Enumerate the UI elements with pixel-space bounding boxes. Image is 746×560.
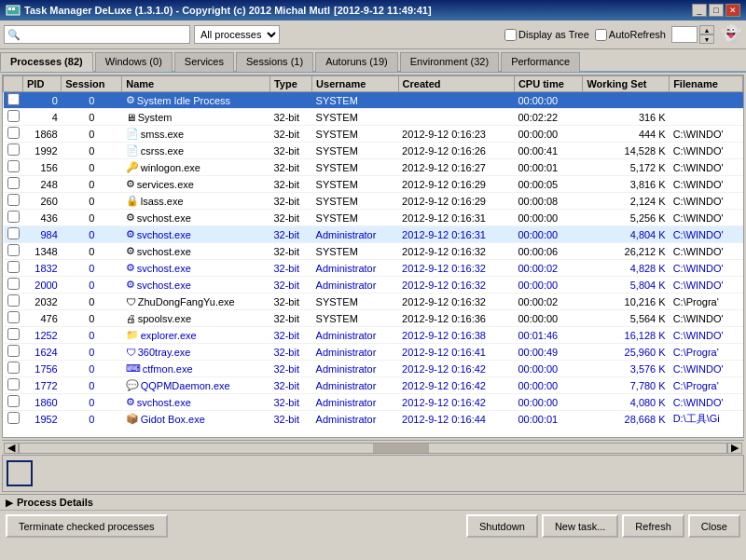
row-checkbox[interactable] [7, 378, 20, 390]
row-checkbox-cell[interactable] [4, 361, 23, 377]
row-checkbox-cell[interactable] [4, 92, 23, 109]
minimize-button[interactable]: _ [692, 4, 707, 17]
table-row[interactable]: 1868 0 📄 smss.exe 32-bit SYSTEM 2012-9-1… [4, 126, 743, 143]
maximize-button[interactable]: □ [709, 4, 724, 17]
search-input[interactable] [21, 29, 186, 40]
spinner-down[interactable]: ▼ [699, 34, 714, 44]
filter-select[interactable]: All processes [194, 25, 280, 44]
table-row[interactable]: 0 0 ⚙ System Idle Process SYSTEM 00:00:0… [4, 92, 743, 109]
row-checkbox-cell[interactable] [4, 377, 23, 394]
newtask-button[interactable]: New task... [542, 514, 618, 538]
horizontal-scrollbar[interactable]: ◀ ▶ [2, 440, 744, 455]
row-checkbox-cell[interactable] [4, 394, 23, 411]
row-checkbox-cell[interactable] [4, 260, 23, 277]
autorefresh-label[interactable]: AutoRefresh [595, 29, 666, 41]
row-checkbox[interactable] [7, 110, 20, 122]
tab-windows[interactable]: Windows (0) [95, 52, 173, 72]
display-as-tree-label[interactable]: Display as Tree [504, 29, 589, 41]
row-checkbox[interactable] [7, 311, 20, 323]
row-checkbox-cell[interactable] [4, 277, 23, 294]
close-button[interactable]: Close [688, 514, 740, 538]
row-checkbox-cell[interactable] [4, 344, 23, 361]
shutdown-button[interactable]: Shutdown [466, 514, 538, 538]
row-checkbox-cell[interactable] [4, 243, 23, 260]
tab-sessions[interactable]: Sessions (1) [236, 52, 313, 72]
table-row[interactable]: 2032 0 🛡 ZhuDongFangYu.exe 32-bit SYSTEM… [4, 294, 743, 310]
col-created[interactable]: Created [398, 76, 514, 92]
row-checkbox[interactable] [7, 395, 20, 407]
row-checkbox-cell[interactable] [4, 159, 23, 176]
display-as-tree-checkbox[interactable] [504, 29, 517, 41]
scroll-right-btn[interactable]: ▶ [727, 443, 742, 454]
row-checkbox[interactable] [7, 227, 20, 239]
tab-services[interactable]: Services [174, 52, 234, 72]
row-checkbox[interactable] [7, 362, 20, 374]
row-name: 📦 Gidot Box.exe [122, 411, 270, 426]
table-row[interactable]: 156 0 🔑 winlogon.exe 32-bit SYSTEM 2012-… [4, 159, 743, 176]
row-checkbox-cell[interactable] [4, 193, 23, 210]
table-row[interactable]: 436 0 ⚙ svchost.exe 32-bit SYSTEM 2012-9… [4, 210, 743, 226]
tab-processes[interactable]: Processes (82) [0, 52, 93, 72]
table-row[interactable]: 1992 0 📄 csrss.exe 32-bit SYSTEM 2012-9-… [4, 143, 743, 159]
row-checkbox[interactable] [7, 93, 20, 105]
row-checkbox[interactable] [7, 143, 20, 156]
expand-icon[interactable]: ▶ [6, 498, 13, 508]
row-checkbox[interactable] [7, 345, 20, 357]
row-checkbox-cell[interactable] [4, 126, 23, 143]
autorefresh-checkbox[interactable] [595, 29, 607, 41]
spinner-up[interactable]: ▲ [699, 25, 714, 34]
col-name[interactable]: Name [122, 76, 270, 92]
table-row[interactable]: 1624 0 🛡 360tray.exe 32-bit Administrato… [4, 344, 743, 361]
col-cpu[interactable]: CPU time [514, 76, 583, 92]
row-checkbox[interactable] [7, 194, 20, 206]
table-row[interactable]: 1860 0 ⚙ svchost.exe 32-bit Administrato… [4, 394, 743, 411]
table-row[interactable]: 1832 0 ⚙ svchost.exe 32-bit Administrato… [4, 260, 743, 277]
table-row[interactable]: 476 0 🖨 spoolsv.exe 32-bit SYSTEM 2012-9… [4, 310, 743, 327]
table-row[interactable]: 984 0 ⚙ svchost.exe 32-bit Administrator… [4, 226, 743, 243]
row-checkbox[interactable] [7, 294, 20, 307]
table-row[interactable]: 1772 0 💬 QQPMDaemon.exe 32-bit Administr… [4, 377, 743, 394]
table-row[interactable]: 248 0 ⚙ services.exe 32-bit SYSTEM 2012-… [4, 176, 743, 193]
row-checkbox-cell[interactable] [4, 327, 23, 344]
tab-environment[interactable]: Environment (32) [400, 52, 499, 72]
tab-autoruns[interactable]: Autoruns (19) [315, 52, 398, 72]
col-pid[interactable]: PID [23, 76, 62, 92]
row-checkbox-cell[interactable] [4, 109, 23, 126]
row-checkbox[interactable] [7, 412, 20, 424]
row-checkbox-cell[interactable] [4, 210, 23, 226]
table-row[interactable]: 1756 0 ⌨ ctfmon.exe 32-bit Administrator… [4, 361, 743, 377]
row-checkbox-cell[interactable] [4, 176, 23, 193]
row-checkbox[interactable] [7, 127, 20, 139]
row-checkbox[interactable] [7, 328, 20, 340]
table-row[interactable]: 2000 0 ⚙ svchost.exe 32-bit Administrato… [4, 277, 743, 294]
autorefresh-value[interactable]: 10 [671, 26, 698, 43]
row-checkbox-cell[interactable] [4, 310, 23, 327]
refresh-button[interactable]: Refresh [622, 514, 684, 538]
table-row[interactable]: 1952 0 📦 Gidot Box.exe 32-bit Administra… [4, 411, 743, 426]
row-checkbox[interactable] [7, 160, 20, 172]
col-ws[interactable]: Working Set [583, 76, 670, 92]
row-checkbox-cell[interactable] [4, 143, 23, 159]
row-checkbox-cell[interactable] [4, 411, 23, 426]
col-username[interactable]: Username [312, 76, 398, 92]
row-checkbox[interactable] [7, 177, 20, 189]
col-filename[interactable]: Filename [670, 76, 743, 92]
row-checkbox[interactable] [7, 211, 20, 223]
close-window-button[interactable]: ✕ [725, 4, 740, 17]
tab-performance[interactable]: Performance [501, 52, 580, 72]
col-session[interactable]: Session [62, 76, 122, 92]
scroll-left-btn[interactable]: ◀ [4, 443, 19, 454]
row-checkbox[interactable] [7, 261, 20, 273]
row-checkbox-cell[interactable] [4, 294, 23, 310]
terminate-button[interactable]: Terminate checked processes [6, 514, 168, 538]
table-row[interactable]: 4 0 🖥 System 32-bit SYSTEM 00:02:22 316 … [4, 109, 743, 126]
row-checkbox[interactable] [7, 244, 20, 256]
table-row[interactable]: 1348 0 ⚙ svchost.exe 32-bit SYSTEM 2012-… [4, 243, 743, 260]
table-row[interactable]: 260 0 🔒 lsass.exe 32-bit SYSTEM 2012-9-1… [4, 193, 743, 210]
col-type[interactable]: Type [269, 76, 311, 92]
row-checkbox[interactable] [7, 278, 20, 290]
row-checkbox-cell[interactable] [4, 226, 23, 243]
row-type: 32-bit [269, 327, 311, 344]
table-row[interactable]: 1252 0 📁 explorer.exe 32-bit Administrat… [4, 327, 743, 344]
table-scroll[interactable]: PID Session Name Type Username Created C… [3, 75, 743, 425]
